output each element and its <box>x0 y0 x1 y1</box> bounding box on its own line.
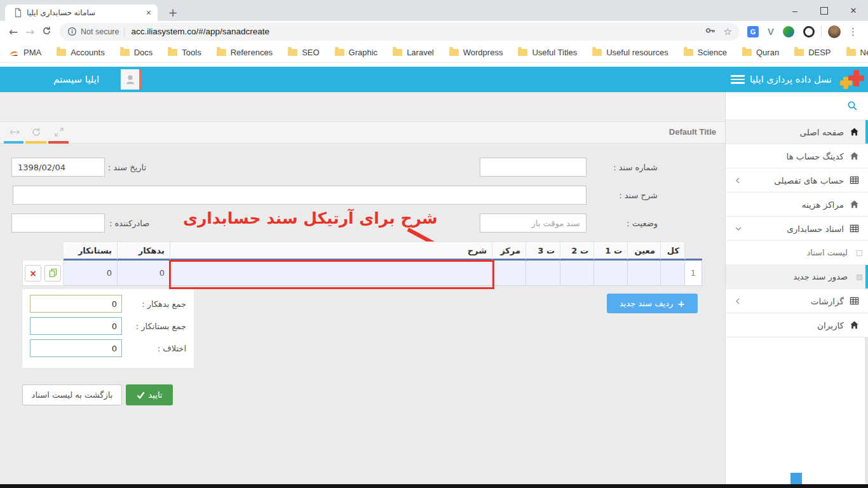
doc-date-label: تاریخ سند : <box>108 163 146 172</box>
bookmark-science[interactable]: Science <box>684 48 727 57</box>
screen-bottom-edge <box>0 484 868 488</box>
reload-button[interactable] <box>38 25 55 38</box>
bookmark-accounts[interactable]: Accounts <box>57 48 104 57</box>
idm-extension-icon[interactable] <box>783 26 794 37</box>
status-input[interactable] <box>480 214 587 233</box>
t1-cell[interactable] <box>594 261 628 286</box>
bookmark-references[interactable]: References <box>217 48 273 57</box>
folder-icon <box>592 49 602 56</box>
v-extension-icon[interactable]: V <box>768 26 774 37</box>
bookmark-pma[interactable]: PMA <box>9 48 41 57</box>
col-header-kol: کل <box>661 241 685 261</box>
expand-panel-icon[interactable] <box>54 127 64 140</box>
bookmark-seo[interactable]: SEO <box>288 48 319 57</box>
kol-cell[interactable] <box>661 261 685 286</box>
person-icon <box>125 74 136 85</box>
bookmark-star-icon[interactable]: ☆ <box>724 27 732 36</box>
chevron-down-icon <box>735 226 742 232</box>
bookmark-quran[interactable]: Quran <box>742 48 779 57</box>
total-debit-input[interactable] <box>30 295 122 313</box>
issuer-label: صادرکننده : <box>109 219 149 228</box>
row-actions-cell: × <box>22 261 64 286</box>
hamburger-menu-icon[interactable] <box>731 75 745 84</box>
circle-extension-icon[interactable] <box>803 26 815 37</box>
address-bar[interactable]: Not secure acc.iliasystem.co/#/app/sanad… <box>60 23 740 41</box>
browser-menu-icon[interactable]: ⋮ <box>843 26 863 37</box>
info-icon[interactable] <box>67 27 77 36</box>
window-minimize-button[interactable]: – <box>780 0 810 21</box>
sidebar-subitem-new-document[interactable]: صدور سند جدید <box>726 265 868 289</box>
t3-cell[interactable] <box>526 261 560 286</box>
sidebar-scrollbar[interactable] <box>865 337 868 484</box>
sidebar-item-cost-centers[interactable]: مراکز هزینه <box>726 193 868 217</box>
total-credit-input[interactable] <box>30 317 122 335</box>
brand-logo-icon[interactable] <box>840 69 864 92</box>
bookmark-docs[interactable]: Docs <box>120 48 153 57</box>
new-tab-button[interactable]: + <box>165 6 180 21</box>
confirm-button[interactable]: تایید <box>126 384 173 405</box>
folder-icon <box>518 49 527 56</box>
delete-x-icon: × <box>29 269 37 278</box>
translate-extension-icon[interactable]: G <box>747 26 759 37</box>
bookmarks-bar: PMA Accounts Docs Tools References SEO G… <box>0 42 868 63</box>
bookmark-useful-resources[interactable]: Useful resources <box>592 48 668 57</box>
difference-input[interactable] <box>30 339 122 357</box>
col-header-actions <box>22 241 64 261</box>
search-icon <box>847 100 858 111</box>
sidebar-item-account-coding[interactable]: کدینگ حساب ها <box>726 144 868 168</box>
sidebar-search[interactable] <box>726 92 868 120</box>
bookmark-wordpress[interactable]: Wordpress <box>449 48 503 57</box>
check-icon <box>137 391 145 399</box>
markaz-cell[interactable] <box>492 261 526 286</box>
folder-icon <box>449 49 459 56</box>
sidebar-item-detailed-accounts[interactable]: حساب های تفصیلی <box>726 168 868 193</box>
resize-horizontal-icon[interactable] <box>9 127 20 140</box>
bookmark-laravel[interactable]: Laravel <box>393 48 434 57</box>
window-close-button[interactable]: × <box>839 0 868 21</box>
pma-icon <box>9 48 19 57</box>
bookmark-network[interactable]: Network <box>846 48 868 57</box>
refresh-panel-icon[interactable] <box>31 127 41 140</box>
doc-date-input[interactable] <box>11 158 105 177</box>
back-to-list-button[interactable]: بازگشت به لیست اسناد <box>22 384 122 405</box>
bookmark-tools[interactable]: Tools <box>168 48 201 57</box>
bestankar-cell[interactable]: 0 <box>64 261 118 286</box>
tab-title: سامانه حسابداری ایلیا <box>23 8 145 17</box>
sidebar-item-home[interactable]: صفحه اصلی <box>726 120 868 144</box>
col-header-bedehkar: بدهکار <box>118 241 170 261</box>
bookmark-desp[interactable]: DESP <box>794 48 831 57</box>
forward-button[interactable]: → <box>22 25 38 38</box>
total-debit-label: جمع بدهکار : <box>142 299 186 309</box>
bedehkar-cell[interactable]: 0 <box>118 261 170 286</box>
password-key-icon[interactable] <box>705 25 716 38</box>
issuer-input[interactable] <box>11 214 105 233</box>
folder-icon <box>393 49 402 56</box>
back-button[interactable]: ← <box>5 25 22 38</box>
t2-cell[interactable] <box>560 261 594 286</box>
bookmark-useful-titles[interactable]: Useful Titles <box>518 48 577 57</box>
tab-close-icon[interactable]: × <box>145 8 153 17</box>
sidebar-subitem-document-list[interactable]: لیست اسناد <box>726 241 868 265</box>
moein-cell[interactable] <box>628 261 661 286</box>
doc-desc-input[interactable] <box>13 186 587 205</box>
content-top-spacer <box>0 92 725 122</box>
sidebar-item-users[interactable]: کاربران <box>726 313 868 337</box>
sidebar-nav: صفحه اصلی کدینگ حساب ها حساب های تفصیلی … <box>725 92 868 484</box>
user-avatar[interactable] <box>121 69 141 90</box>
new-row-button[interactable]: + ردیف سند جدید <box>607 294 698 313</box>
brand-name: نسل داده پردازی ایلیا <box>750 67 836 92</box>
browser-profile-avatar[interactable] <box>828 25 841 38</box>
bookmark-graphic[interactable]: Graphic <box>335 48 378 57</box>
browser-window: سامانه حسابداری ایلیا × + – × ← → Not se… <box>0 0 868 488</box>
col-header-t1: ت 1 <box>594 241 628 261</box>
delete-row-button[interactable]: × <box>25 265 41 281</box>
doc-number-input[interactable] <box>480 158 587 177</box>
scroll-indicator-square[interactable] <box>790 473 802 484</box>
window-maximize-button[interactable] <box>810 0 839 21</box>
copy-row-button[interactable] <box>44 265 61 281</box>
browser-tab[interactable]: سامانه حسابداری ایلیا × <box>5 4 158 21</box>
maximize-icon <box>820 7 828 15</box>
sidebar-item-accounting-documents[interactable]: اسناد حسابداری <box>726 217 868 241</box>
chevron-left-icon <box>735 297 741 305</box>
sidebar-item-reports[interactable]: گزارشات <box>726 289 868 313</box>
